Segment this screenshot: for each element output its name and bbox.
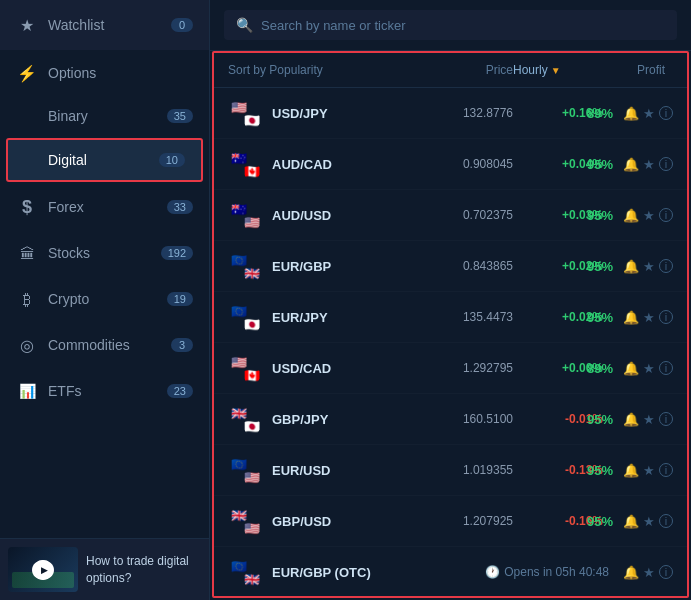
commodities-badge: 3 bbox=[171, 338, 193, 352]
star-icon[interactable]: ★ bbox=[643, 463, 655, 478]
info-icon[interactable]: i bbox=[659, 412, 673, 426]
bell-icon[interactable]: 🔔 bbox=[623, 208, 639, 223]
row-actions: 🔔 ★ i bbox=[623, 208, 673, 223]
bell-icon[interactable]: 🔔 bbox=[623, 310, 639, 325]
star-icon[interactable]: ★ bbox=[643, 208, 655, 223]
sidebar-item-commodities[interactable]: ◎ Commodities 3 bbox=[0, 322, 209, 368]
flag2: 🇨🇦 bbox=[242, 365, 262, 385]
pair-cell: 🇪🇺 🇬🇧 EUR/GBP bbox=[228, 249, 423, 283]
pair-name: EUR/JPY bbox=[272, 310, 328, 325]
otc-info: 🕐 Opens in 05h 40:48 🔔 ★ i bbox=[485, 565, 673, 580]
sidebar-item-watchlist[interactable]: ★ Watchlist 0 bbox=[0, 0, 209, 50]
info-icon[interactable]: i bbox=[659, 565, 673, 579]
sidebar-item-stocks[interactable]: 🏛 Stocks 192 bbox=[0, 230, 209, 276]
bell-icon[interactable]: 🔔 bbox=[623, 106, 639, 121]
pair-name: GBP/JPY bbox=[272, 412, 328, 427]
header-price: Price bbox=[423, 63, 513, 77]
stocks-icon: 🏛 bbox=[16, 242, 38, 264]
profit-cell: 95% 🔔 ★ i bbox=[603, 157, 673, 172]
star-icon[interactable]: ★ bbox=[643, 412, 655, 427]
price-cell: 160.5100 bbox=[423, 412, 513, 426]
profit-cell: 95% 🔔 ★ i bbox=[603, 259, 673, 274]
sidebar-item-binary[interactable]: Binary 35 bbox=[0, 96, 209, 136]
star-icon[interactable]: ★ bbox=[643, 259, 655, 274]
info-icon[interactable]: i bbox=[659, 361, 673, 375]
table-header: Sort by Popularity Price Hourly ▼ Profit bbox=[214, 53, 687, 88]
info-icon[interactable]: i bbox=[659, 259, 673, 273]
price-cell: 0.908045 bbox=[423, 157, 513, 171]
search-bar: 🔍 bbox=[210, 0, 691, 51]
pair-cell: 🇬🇧 🇺🇸 GBP/USD bbox=[228, 504, 423, 538]
star-icon[interactable]: ★ bbox=[643, 157, 655, 172]
flag2: 🇺🇸 bbox=[242, 518, 262, 538]
table-row[interactable]: 🇬🇧 🇺🇸 GBP/USD 1.207925 -0.16% 95% 🔔 ★ i bbox=[214, 496, 687, 547]
flag-combo: 🇪🇺 🇬🇧 bbox=[228, 249, 262, 283]
table-row[interactable]: 🇦🇺 🇨🇦 AUD/CAD 0.908045 +0.04% 95% 🔔 ★ i bbox=[214, 139, 687, 190]
table-row[interactable]: 🇪🇺 🇯🇵 EUR/JPY 135.4473 +0.02% 95% 🔔 ★ i bbox=[214, 292, 687, 343]
search-icon: 🔍 bbox=[236, 17, 253, 33]
row-actions: 🔔 ★ i bbox=[623, 361, 673, 376]
info-icon[interactable]: i bbox=[659, 463, 673, 477]
bell-icon[interactable]: 🔔 bbox=[623, 463, 639, 478]
bell-icon[interactable]: 🔔 bbox=[623, 361, 639, 376]
sidebar-item-label: Binary bbox=[48, 108, 167, 124]
pair-name: AUD/USD bbox=[272, 208, 331, 223]
sidebar-item-etfs[interactable]: 📊 ETFs 23 bbox=[0, 368, 209, 414]
star-icon[interactable]: ★ bbox=[643, 310, 655, 325]
sidebar-item-digital[interactable]: Digital 10 bbox=[6, 138, 203, 182]
flag-combo: 🇺🇸 🇨🇦 bbox=[228, 351, 262, 385]
row-actions: 🔔 ★ i bbox=[623, 412, 673, 427]
video-thumbnail[interactable]: ▶ How to trade digital options? bbox=[0, 538, 209, 600]
watchlist-icon: ★ bbox=[16, 14, 38, 36]
options-icon: ⚡ bbox=[16, 62, 38, 84]
sidebar-item-options[interactable]: ⚡ Options bbox=[0, 50, 209, 96]
flag-combo: 🇬🇧 🇯🇵 bbox=[228, 402, 262, 436]
table-row[interactable]: 🇪🇺 🇺🇸 EUR/USD 1.019355 -0.13% 95% 🔔 ★ i bbox=[214, 445, 687, 496]
info-icon[interactable]: i bbox=[659, 310, 673, 324]
sidebar-item-forex[interactable]: $ Forex 33 bbox=[0, 184, 209, 230]
bell-icon[interactable]: 🔔 bbox=[623, 259, 639, 274]
star-icon[interactable]: ★ bbox=[643, 565, 655, 580]
bell-icon[interactable]: 🔔 bbox=[623, 565, 639, 580]
flag-combo: 🇺🇸 🇯🇵 bbox=[228, 96, 262, 130]
profit-cell: 89% 🔔 ★ i bbox=[603, 106, 673, 121]
watchlist-badge: 0 bbox=[171, 18, 193, 32]
table-row[interactable]: 🇪🇺 🇬🇧 EUR/GBP (OTC) OTC 🕐 Opens in 05h 4… bbox=[214, 547, 687, 598]
table-row[interactable]: 🇬🇧 🇯🇵 GBP/JPY 160.5100 -0.01% 95% 🔔 ★ i bbox=[214, 394, 687, 445]
search-input[interactable] bbox=[261, 18, 665, 33]
info-icon[interactable]: i bbox=[659, 106, 673, 120]
star-icon[interactable]: ★ bbox=[643, 106, 655, 121]
flag2: 🇯🇵 bbox=[242, 416, 262, 436]
bell-icon[interactable]: 🔔 bbox=[623, 157, 639, 172]
pair-name: GBP/USD bbox=[272, 514, 331, 529]
row-actions: 🔔 ★ i bbox=[623, 310, 673, 325]
table-row[interactable]: 🇦🇺 🇺🇸 AUD/USD 0.702375 +0.03% 95% 🔔 ★ i bbox=[214, 190, 687, 241]
info-icon[interactable]: i bbox=[659, 157, 673, 171]
star-icon[interactable]: ★ bbox=[643, 361, 655, 376]
table-row[interactable]: 🇺🇸 🇯🇵 USD/JPY 132.8776 +0.16% 89% 🔔 ★ i bbox=[214, 88, 687, 139]
header-name: Sort by Popularity bbox=[228, 63, 423, 77]
forex-icon: $ bbox=[16, 196, 38, 218]
commodities-icon: ◎ bbox=[16, 334, 38, 356]
bell-icon[interactable]: 🔔 bbox=[623, 514, 639, 529]
flag2: 🇺🇸 bbox=[242, 467, 262, 487]
row-actions: 🔔 ★ i bbox=[623, 514, 673, 529]
table-row[interactable]: 🇺🇸 🇨🇦 USD/CAD 1.292795 +0.00% 89% 🔔 ★ i bbox=[214, 343, 687, 394]
sidebar-item-label: Watchlist bbox=[48, 17, 171, 33]
header-hourly[interactable]: Hourly ▼ bbox=[513, 63, 603, 77]
bell-icon[interactable]: 🔔 bbox=[623, 412, 639, 427]
play-icon: ▶ bbox=[41, 565, 48, 575]
header-profit: Profit bbox=[603, 63, 673, 77]
info-icon[interactable]: i bbox=[659, 208, 673, 222]
flag-combo: 🇬🇧 🇺🇸 bbox=[228, 504, 262, 538]
sidebar-item-crypto[interactable]: ₿ Crypto 19 bbox=[0, 276, 209, 322]
opens-text: 🕐 Opens in 05h 40:48 bbox=[485, 565, 609, 579]
flag2: 🇬🇧 bbox=[242, 569, 262, 589]
profit-value: 95% bbox=[587, 514, 613, 529]
table-row[interactable]: 🇪🇺 🇬🇧 EUR/GBP 0.843865 +0.02% 95% 🔔 ★ i bbox=[214, 241, 687, 292]
profit-cell: 95% 🔔 ★ i bbox=[603, 463, 673, 478]
flag-combo: 🇦🇺 🇺🇸 bbox=[228, 198, 262, 232]
info-icon[interactable]: i bbox=[659, 514, 673, 528]
etfs-icon: 📊 bbox=[16, 380, 38, 402]
star-icon[interactable]: ★ bbox=[643, 514, 655, 529]
